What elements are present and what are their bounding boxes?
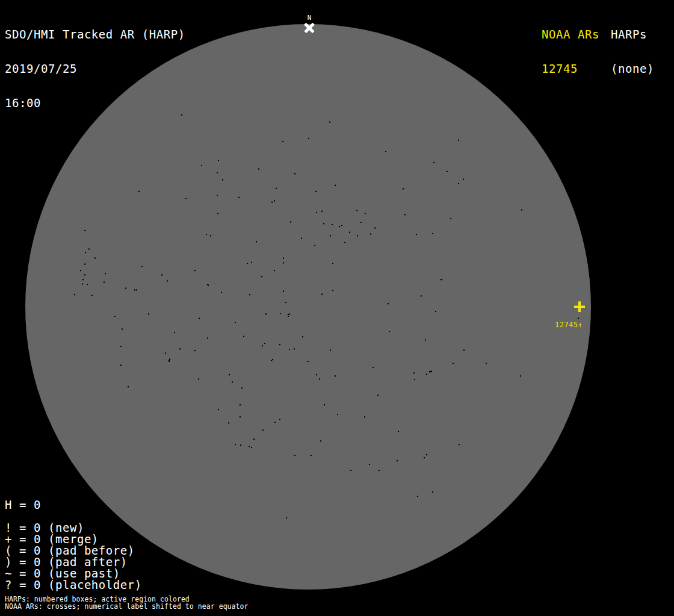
sunspot-speck — [276, 188, 277, 189]
page-title: SDO/HMI Tracked AR (HARP) — [5, 29, 185, 40]
harps-value: (none) — [611, 63, 654, 75]
sunspot-speck — [323, 223, 324, 224]
sunspot-speck — [138, 191, 140, 192]
sunspot-speck — [344, 242, 345, 243]
sunspot-speck — [398, 431, 399, 432]
text-line: H = 0 — [5, 499, 142, 511]
sunspot-speck — [321, 211, 323, 212]
sunspot-speck — [433, 162, 434, 163]
sunspot-speck — [441, 279, 442, 280]
noaa-ars-value: 12745 — [542, 63, 599, 75]
sunspot-speck — [370, 233, 371, 235]
sunspot-speck — [453, 363, 454, 364]
sunspot-speck — [274, 422, 276, 423]
sunspot-speck — [235, 322, 236, 323]
sunspot-speck — [404, 214, 406, 215]
sunspot-speck — [217, 172, 218, 173]
sunspot-speck — [258, 168, 259, 170]
sunspot-speck — [229, 374, 230, 375]
sunspot-speck — [329, 122, 330, 123]
sunspot-speck — [217, 195, 218, 196]
sunspot-speck — [280, 313, 281, 314]
sunspot-speck — [279, 344, 280, 345]
sunspot-speck — [330, 235, 331, 236]
sunspot-speck — [426, 374, 427, 375]
sunspot-speck — [374, 227, 376, 229]
text-line: NOAA ARs: crosses; numerical label shift… — [5, 603, 248, 610]
sunspot-speck — [397, 460, 398, 461]
sunspot-speck — [463, 350, 465, 351]
sunspot-speck — [218, 160, 219, 161]
sunspot-speck — [235, 444, 236, 445]
text-line: ? = 0 (placeholder) — [5, 579, 142, 591]
sunspot-speck — [194, 350, 196, 351]
sunspot-speck — [240, 416, 241, 417]
sunspot-speck — [365, 213, 366, 214]
sunspot-speck — [141, 266, 143, 267]
sunspot-speck — [458, 183, 459, 184]
sunspot-speck — [84, 263, 85, 265]
sunspot-speck — [364, 416, 365, 417]
sunspot-speck — [222, 179, 223, 180]
sunspot-speck — [87, 284, 88, 285]
sunspot-speck — [207, 284, 208, 285]
sunspot-speck — [315, 191, 317, 192]
sunspot-speck — [199, 318, 200, 319]
sunspot-speck — [238, 197, 240, 198]
sunspot-speck — [425, 339, 426, 340]
sunspot-speck — [134, 289, 135, 291]
harp-stats-legend: H = 0 ! = 0 (new)+ = 0 (merge)( = 0 (pad… — [5, 499, 142, 591]
sunspot-speck — [241, 387, 243, 389]
sunspot-speck — [161, 274, 162, 276]
sunspot-speck — [251, 447, 252, 448]
sunspot-speck — [413, 372, 415, 374]
sunspot-speck — [74, 294, 75, 295]
sunspot-speck — [104, 282, 105, 283]
sunspot-speck — [332, 263, 333, 264]
noaa-ars-heading: NOAA ARs — [542, 29, 599, 40]
footer-caption: HARPs: numbered boxes; active region col… — [5, 596, 248, 610]
sunspot-speck — [319, 378, 320, 380]
sunspot-speck — [421, 295, 422, 297]
sunspot-speck — [385, 151, 386, 152]
sunspot-speck — [221, 292, 222, 293]
sunspot-speck — [332, 290, 333, 291]
cross-stroke — [578, 301, 581, 312]
sunspot-speck — [286, 517, 287, 519]
sunspot-speck — [289, 349, 290, 350]
sunspot-speck — [148, 313, 149, 315]
sunspot-speck — [356, 210, 357, 211]
sunspot-speck — [379, 470, 380, 471]
sunspot-speck — [247, 263, 248, 264]
sunspot-speck — [243, 336, 244, 337]
sunspot-speck — [316, 212, 317, 213]
sunspot-speck — [120, 346, 122, 347]
sunspot-speck — [128, 386, 129, 387]
sunspot-speck — [84, 274, 85, 276]
sunspot-speck — [339, 226, 340, 227]
sunspot-speck — [105, 273, 106, 274]
sunspot-speck — [240, 445, 241, 446]
sunspot-speck — [320, 440, 321, 442]
sunspot-speck — [290, 221, 291, 223]
sunspot-speck — [311, 455, 312, 456]
sunspot-speck — [463, 179, 464, 180]
sunspot-speck — [389, 331, 390, 332]
sunspot-speck — [301, 238, 302, 239]
solar-disk-map: SDO/HMI Tracked AR (HARP) 2019/07/25 16:… — [0, 0, 674, 616]
sunspot-speck — [324, 404, 325, 405]
sunspot-speck — [272, 359, 273, 360]
sunspot-speck — [88, 248, 90, 250]
sunspot-speck — [289, 313, 290, 315]
sunspot-speck — [165, 353, 166, 354]
north-label: N — [308, 14, 312, 21]
sunspot-speck — [458, 140, 459, 141]
sunspot-speck — [316, 374, 317, 375]
sunspot-speck — [256, 241, 257, 242]
sunspot-speck — [198, 378, 199, 380]
sunspot-speck — [285, 302, 286, 303]
sunspot-speck — [308, 138, 309, 139]
sunspot-speck — [120, 365, 122, 366]
sunspot-speck — [337, 414, 338, 415]
sunspot-speck — [274, 200, 275, 202]
